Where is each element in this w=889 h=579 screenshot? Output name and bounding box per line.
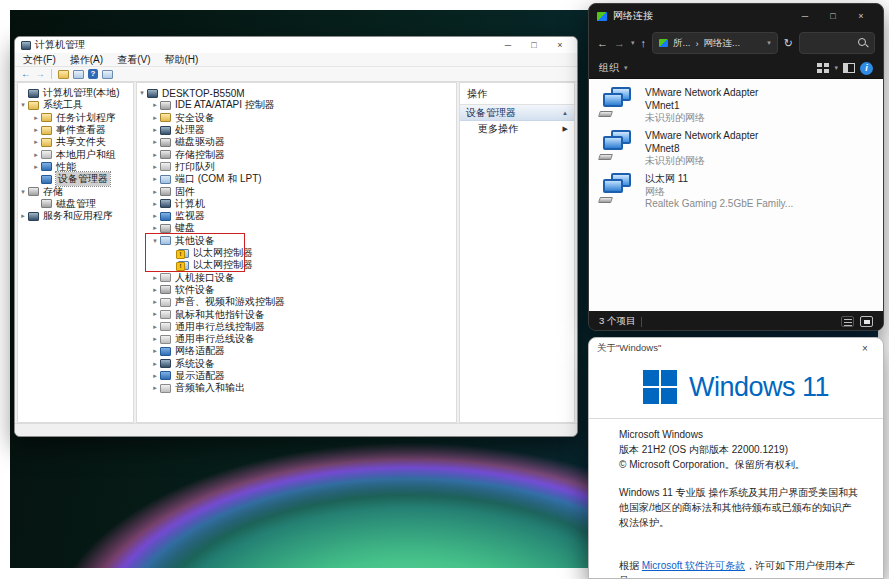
device-tree-item[interactable]: 以太网控制器	[137, 259, 456, 271]
expander-icon[interactable]: ▸	[150, 114, 160, 122]
expander-icon[interactable]: ▾	[18, 188, 28, 196]
expander-icon[interactable]: ▸	[31, 138, 41, 146]
device-tree-item[interactable]: ▾ 其他设备	[137, 235, 456, 247]
expander-icon[interactable]: ▾	[18, 101, 28, 109]
close-icon[interactable]: ×	[855, 338, 875, 358]
expander-icon[interactable]: ▾	[150, 237, 160, 245]
device-tree-item[interactable]: ▸ 打印队列	[137, 161, 456, 173]
expander-icon[interactable]: ▸	[150, 212, 160, 220]
console-tree-item[interactable]: ▸ 共享文件夹	[18, 136, 133, 148]
device-tree-item[interactable]: ▸ 监视器	[137, 210, 456, 222]
expander-icon[interactable]: ▸	[18, 212, 28, 220]
actions-section-device-manager[interactable]: 设备管理器 ▲	[460, 105, 574, 121]
console-tree-item[interactable]: ▸ 事件查看器	[18, 124, 133, 136]
menu-help[interactable]: 帮助(H)	[164, 53, 198, 67]
console-tree-item[interactable]: ▾ 存储	[18, 185, 133, 197]
device-tree-item[interactable]: ▸ 计算机	[137, 198, 456, 210]
device-tree-item[interactable]: ▸ 显示适配器	[137, 370, 456, 382]
expander-icon[interactable]: ▸	[150, 286, 160, 294]
expander-icon[interactable]: ▸	[150, 188, 160, 196]
expander-icon[interactable]: ▸	[150, 310, 160, 318]
organize-button[interactable]: 组织	[599, 61, 619, 75]
console-tree-item[interactable]: 计算机管理(本地)	[18, 87, 133, 99]
device-tree-item[interactable]: 以太网控制器	[137, 247, 456, 259]
refresh-icon[interactable]: ↻	[784, 37, 793, 50]
icons-view-icon[interactable]	[860, 316, 873, 327]
minimize-button[interactable]: ─	[495, 37, 521, 53]
address-bar[interactable]: 所... › 网络连... ▾	[652, 32, 778, 54]
address-dropdown-icon[interactable]: ▾	[767, 39, 771, 47]
device-tree-item[interactable]: ▸ 网络适配器	[137, 345, 456, 357]
up-icon[interactable]: ↑	[641, 37, 647, 49]
device-tree-item[interactable]: ▸ IDE ATA/ATAPI 控制器	[137, 99, 456, 111]
maximize-button[interactable]: □	[521, 37, 547, 53]
properties-icon[interactable]	[73, 70, 84, 79]
console-tree-item[interactable]: ▸ 服务和应用程序	[18, 210, 133, 222]
device-tree-item[interactable]: ▸ 系统设备	[137, 358, 456, 370]
device-tree-item[interactable]: ▸ 声音、视频和游戏控制器	[137, 296, 456, 308]
expander-icon[interactable]: ▸	[150, 335, 160, 343]
device-tree-item[interactable]: ▸ 鼠标和其他指针设备	[137, 308, 456, 320]
expander-icon[interactable]: ▾	[137, 89, 147, 97]
expander-icon[interactable]: ▸	[150, 347, 160, 355]
device-tree-item[interactable]: ▸ 通用串行总线设备	[137, 333, 456, 345]
adapter-list-item[interactable]: VMware Network Adapter VMnet8 未识别的网络	[589, 126, 883, 169]
expander-icon[interactable]: ▸	[150, 151, 160, 159]
close-button[interactable]: ×	[847, 4, 875, 28]
device-tree-item[interactable]: ▸ 键盘	[137, 222, 456, 234]
expander-icon[interactable]: ▸	[150, 175, 160, 183]
show-console-tree-icon[interactable]	[58, 70, 69, 79]
change-view-icon[interactable]	[817, 63, 829, 73]
console-tree-item[interactable]: ▾ 系统工具	[18, 99, 133, 111]
console-tree-item[interactable]: ▸ 任务计划程序	[18, 112, 133, 124]
console-tree-item[interactable]: ▸ 性能	[18, 161, 133, 173]
help-icon[interactable]: ?	[88, 69, 98, 79]
expander-icon[interactable]: ▸	[150, 126, 160, 134]
expander-icon[interactable]: ▸	[150, 200, 160, 208]
expander-icon[interactable]: ▸	[150, 323, 160, 331]
back-icon[interactable]: ←	[21, 69, 31, 79]
breadcrumb-current[interactable]: 网络连...	[704, 37, 740, 50]
back-icon[interactable]: ←	[597, 37, 608, 49]
more-actions-item[interactable]: 更多操作 ▶	[460, 121, 574, 137]
view-dropdown-icon[interactable]: ▾	[834, 64, 838, 72]
menu-action[interactable]: 操作(A)	[70, 53, 103, 67]
recent-locations-icon[interactable]: ▾	[631, 39, 635, 47]
maximize-button[interactable]: □	[819, 4, 847, 28]
expander-icon[interactable]: ▸	[150, 224, 160, 232]
collapse-icon[interactable]: ▲	[562, 110, 568, 116]
details-view-icon[interactable]	[841, 316, 854, 327]
console-tree-item[interactable]: 磁盘管理	[18, 198, 133, 210]
net-titlebar[interactable]: 网络连接 ─ □ ×	[589, 4, 883, 28]
close-button[interactable]: ×	[547, 37, 573, 53]
device-tree-item[interactable]: ▸ 存储控制器	[137, 148, 456, 160]
device-tree-item[interactable]: ▸ 安全设备	[137, 112, 456, 124]
device-tree-item[interactable]: ▸ 磁盘驱动器	[137, 136, 456, 148]
expander-icon[interactable]: ▸	[150, 101, 160, 109]
device-tree-item[interactable]: ▸ 固件	[137, 185, 456, 197]
breadcrumb-root[interactable]: 所...	[673, 37, 690, 50]
adapter-list-item[interactable]: 以太网 11 网络 Realtek Gaming 2.5GbE Family..…	[589, 169, 883, 212]
console-tree-item[interactable]: ▸ 本地用户和组	[18, 148, 133, 160]
expander-icon[interactable]: ▸	[150, 372, 160, 380]
device-tree-item[interactable]: ▸ 音频输入和输出	[137, 382, 456, 394]
expander-icon[interactable]: ▸	[31, 151, 41, 159]
device-tree-item[interactable]: ▸ 通用串行总线控制器	[137, 321, 456, 333]
preview-pane-icon[interactable]	[843, 63, 855, 73]
device-tree-item[interactable]: ▸ 人机接口设备	[137, 271, 456, 283]
menu-view[interactable]: 查看(V)	[117, 53, 150, 67]
expander-icon[interactable]: ▸	[31, 126, 41, 134]
adapter-list-item[interactable]: VMware Network Adapter VMnet1 未识别的网络	[589, 83, 883, 126]
expander-icon[interactable]: ▸	[150, 274, 160, 282]
device-tree-item[interactable]: ▸ 端口 (COM 和 LPT)	[137, 173, 456, 185]
expander-icon[interactable]: ▸	[31, 114, 41, 122]
cm-titlebar[interactable]: 计算机管理 ─ □ ×	[15, 37, 577, 53]
search-box[interactable]	[799, 32, 875, 54]
about-titlebar[interactable]: 关于"Windows" ×	[589, 338, 883, 358]
info-icon[interactable]: i	[860, 62, 873, 75]
expander-icon[interactable]: ▸	[31, 163, 41, 171]
expander-icon[interactable]: ▸	[150, 298, 160, 306]
device-tree-item[interactable]: ▸ 处理器	[137, 124, 456, 136]
device-tree-item[interactable]: ▸ 软件设备	[137, 284, 456, 296]
minimize-button[interactable]: ─	[791, 4, 819, 28]
